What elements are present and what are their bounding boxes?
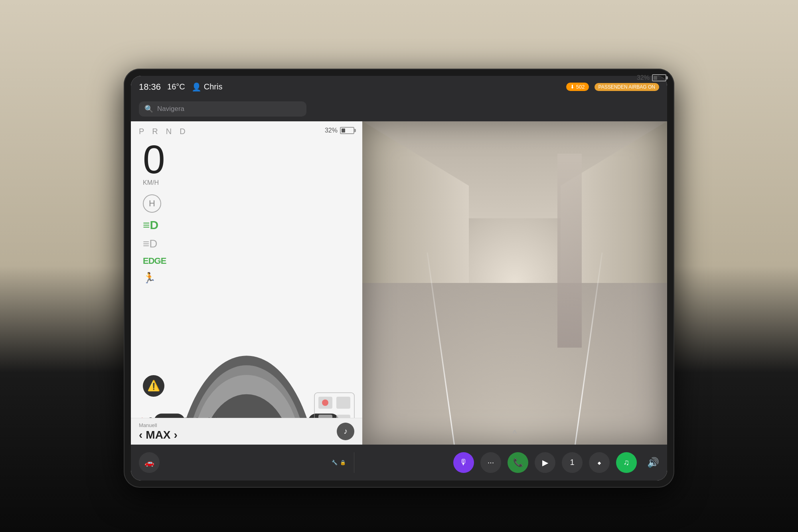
search-icon: 🔍	[144, 105, 153, 113]
battery-indicator: 32%	[637, 76, 666, 81]
battery-percent: 32%	[637, 76, 650, 81]
spotify-button[interactable]: ♫	[616, 452, 637, 473]
update-badge[interactable]: ⬇ 502	[566, 83, 589, 91]
main-content: P R N D 32% 0 KM/H	[131, 121, 667, 445]
user-info: 👤 Chris	[192, 82, 223, 92]
status-left: 18:36 16°C 👤 Chris	[139, 82, 558, 92]
garage-floor	[362, 283, 667, 445]
volume-control[interactable]: 🔊	[647, 457, 659, 468]
speed-unit: KM/H	[131, 179, 362, 190]
chevron-up-icon: ^	[513, 428, 517, 438]
search-bar-container: 🔍 Navigera	[131, 98, 667, 121]
bottom-left-spacer: 🔧 🔒	[332, 460, 346, 465]
gear-R[interactable]: R	[152, 127, 158, 136]
hold-circle-icon: H	[143, 194, 161, 213]
sub-icon-2: 🔒	[340, 460, 346, 465]
warning-symbol: ⚠️	[147, 380, 160, 392]
icon-row-person-warning: 🏃	[143, 272, 350, 284]
hvac-value: MAX	[146, 429, 170, 441]
instrument-cluster: P R N D 32% 0 KM/H	[131, 121, 362, 445]
battery-fill-small	[342, 129, 345, 133]
search-input-wrap[interactable]: 🔍 Navigera	[139, 101, 306, 117]
hvac-control: Manuell ‹ MAX › ♪	[131, 418, 362, 445]
user-name: Chris	[204, 82, 223, 91]
warning-circle-icon[interactable]: ⚠️	[143, 375, 164, 397]
volume-icon: 🔊	[647, 457, 659, 468]
bottom-taskbar: 🚗 🔧 🔒 🎙 ··· 📞	[131, 445, 667, 481]
camera-view: ^	[362, 121, 667, 445]
number-icon: 1	[570, 458, 574, 467]
screen-bezel: 18:36 16°C 👤 Chris 32% ⬇ 502	[124, 69, 674, 488]
bottom-right-controls: 🎙 ··· 📞 ▶ 1 ⬥ ♫	[358, 452, 659, 473]
hvac-mode-label: Manuell	[139, 422, 157, 428]
driver-icons: H ≡D ≡D EDGE 🏃	[131, 190, 362, 288]
more-button[interactable]: ···	[480, 452, 501, 473]
backup-camera: ^	[362, 121, 667, 445]
speed-value: 0	[143, 139, 165, 179]
search-placeholder: Navigera	[157, 105, 184, 113]
music-icon: ♪	[344, 427, 348, 436]
number-button[interactable]: 1	[562, 452, 583, 473]
bottom-sub-icons: 🔧 🔒	[332, 460, 346, 465]
gear-N[interactable]: N	[166, 127, 172, 136]
clock: 18:36	[139, 82, 161, 92]
battery-icon	[652, 76, 666, 81]
icon-row-highbeam: ≡D	[143, 218, 350, 232]
status-bar: 18:36 16°C 👤 Chris 32% ⬇ 502	[131, 76, 667, 98]
more-dots-icon: ···	[488, 458, 494, 467]
hvac-value-row: ‹ MAX ›	[139, 429, 178, 441]
person-warning-icon: 🏃	[143, 272, 156, 284]
svg-point-15	[322, 399, 328, 406]
voice-icon: 🎙	[460, 458, 468, 467]
low-beam-icon: ≡D	[143, 237, 158, 250]
gear-D[interactable]: D	[180, 127, 185, 136]
car-status-button[interactable]: 🚗	[139, 452, 160, 473]
screen-inner: 18:36 16°C 👤 Chris 32% ⬇ 502	[131, 76, 667, 481]
status-right: 32% ⬇ 502 PASSENDEN AIRBAG ON	[566, 83, 659, 91]
hvac-right-arrow[interactable]: ›	[174, 429, 178, 441]
wall-corner-right	[557, 154, 582, 348]
battery-icon-small	[340, 127, 354, 134]
sub-icon-1: 🔧	[332, 460, 338, 465]
update-value: 502	[576, 84, 585, 90]
bluetooth-icon: ⬥	[597, 458, 602, 467]
spotify-icon: ♫	[624, 458, 630, 467]
phone-button[interactable]: 📞	[508, 452, 528, 473]
bluetooth-button[interactable]: ⬥	[589, 452, 610, 473]
hold-label: H	[149, 198, 155, 209]
battery-pct-small: 32%	[325, 127, 338, 134]
edge-icon: EDGE	[143, 256, 166, 266]
airbag-label: PASSENDEN AIRBAG ON	[598, 84, 655, 90]
hvac-left-arrow[interactable]: ‹	[139, 429, 142, 441]
play-icon: ▶	[542, 458, 548, 467]
airbag-badge: PASSENDEN AIRBAG ON	[595, 83, 659, 91]
icon-row-hold: H	[143, 194, 350, 213]
speed-display: 0	[131, 139, 362, 179]
car-bottom-icon: 🚗	[144, 458, 154, 467]
play-button[interactable]: ▶	[535, 452, 555, 473]
user-icon: 👤	[192, 82, 201, 92]
temperature-display: 16°C	[167, 82, 185, 91]
high-beam-icon: ≡D	[143, 218, 158, 232]
hvac-left: Manuell ‹ MAX ›	[139, 421, 178, 441]
bottom-left-controls: 🚗 🔧 🔒	[139, 452, 354, 473]
battery-small: 32%	[325, 127, 354, 134]
icon-row-edge: EDGE	[143, 256, 350, 266]
gear-P[interactable]: P	[139, 127, 144, 136]
phone-icon: 📞	[513, 458, 523, 467]
update-icon: ⬇	[570, 84, 575, 90]
svg-rect-12	[336, 397, 350, 409]
icon-row-lowbeam: ≡D	[143, 237, 350, 250]
voice-button[interactable]: 🎙	[453, 452, 474, 473]
music-button[interactable]: ♪	[337, 423, 354, 440]
battery-fill	[654, 76, 657, 80]
camera-chevron-up[interactable]: ^	[513, 428, 517, 439]
